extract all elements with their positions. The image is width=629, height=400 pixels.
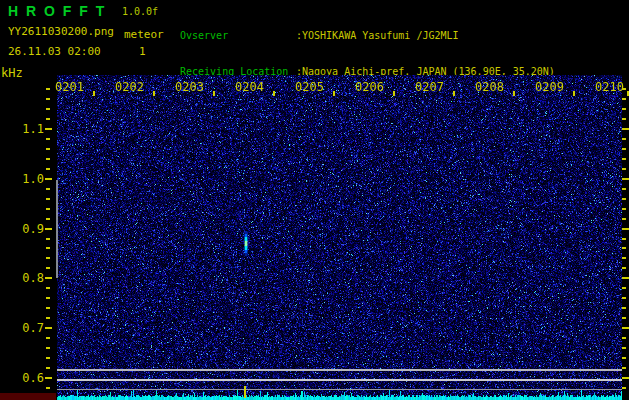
observer-row: Ovserver :YOSHIKAWA Yasufumi /JG2MLI [180, 30, 555, 42]
freq-tick [622, 128, 629, 130]
time-label-0209: 0209 [535, 80, 564, 94]
band-line-upper [57, 369, 622, 371]
hrofft-screen: H R O F F T 1.0.0f YY2611030200.png mete… [0, 0, 629, 400]
output-filename: YY2611030200.png [8, 25, 114, 38]
freq-tick [46, 357, 50, 359]
mode-label: meteor [124, 28, 164, 41]
minute-tick [333, 91, 335, 96]
freq-tick [46, 98, 50, 100]
freq-tick [46, 208, 50, 210]
minute-tick [513, 91, 515, 96]
freq-tick [622, 257, 626, 259]
freq-tick [622, 357, 626, 359]
freq-tick [622, 108, 626, 110]
freq-tick [622, 168, 626, 170]
freq-tick [46, 247, 50, 249]
freq-tick [46, 168, 50, 170]
spectrogram-canvas [57, 75, 622, 400]
freq-tick [622, 178, 629, 180]
app-title: H R O F F T [8, 3, 106, 19]
time-label-0202: 0202 [115, 80, 144, 94]
freq-tick [622, 118, 626, 120]
freq-tick [622, 267, 626, 269]
minute-tick [573, 91, 575, 96]
freq-tick [622, 327, 629, 329]
freq-tick [622, 287, 626, 289]
freq-tick [46, 188, 50, 190]
observation-datetime: 26.11.03 02:00 [8, 45, 101, 58]
freq-tick [622, 138, 626, 140]
freq-tick [622, 347, 626, 349]
freq-tick [46, 257, 50, 259]
freq-label-0-7: 0.7 [14, 321, 44, 335]
freq-tick [46, 307, 50, 309]
freq-label-0-8: 0.8 [14, 271, 44, 285]
freq-tick [622, 228, 629, 230]
freq-tick [46, 287, 50, 289]
freq-tick [45, 128, 52, 130]
freq-label-0-9: 0.9 [14, 222, 44, 236]
freq-tick [622, 148, 626, 150]
freq-tick [46, 158, 50, 160]
freq-tick [45, 277, 52, 279]
minute-tick [393, 91, 395, 96]
freq-label-1-0: 1.0 [14, 172, 44, 186]
freq-tick [622, 218, 626, 220]
freq-tick [622, 158, 626, 160]
freq-tick [622, 188, 626, 190]
freq-label-1-1: 1.1 [14, 122, 44, 136]
observer-label: Ovserver [180, 30, 296, 42]
minute-tick [153, 91, 155, 96]
freq-tick [46, 387, 50, 389]
freq-tick [622, 198, 626, 200]
time-label-0206: 0206 [355, 80, 384, 94]
channel-number: 1 [139, 45, 146, 58]
corner-block [0, 393, 56, 400]
freq-tick [45, 327, 52, 329]
freq-tick [622, 238, 626, 240]
freq-axis-unit: kHz [1, 66, 23, 80]
freq-tick [622, 307, 626, 309]
freq-tick [46, 347, 50, 349]
freq-tick [46, 267, 50, 269]
freq-tick [46, 198, 50, 200]
time-label-0204: 0204 [235, 80, 264, 94]
freq-tick [45, 377, 52, 379]
freq-tick [46, 238, 50, 240]
time-label-0207: 0207 [415, 80, 444, 94]
freq-tick [46, 218, 50, 220]
minute-tick [213, 91, 215, 96]
time-label-0205: 0205 [295, 80, 324, 94]
freq-tick [622, 367, 626, 369]
time-label-0210: 0210 [595, 80, 624, 94]
band-line-lower [57, 389, 622, 390]
minute-tick [453, 91, 455, 96]
freq-label-0-6: 0.6 [14, 371, 44, 385]
freq-tick [622, 317, 626, 319]
echo-event-marker [244, 386, 246, 398]
freq-tick [46, 108, 50, 110]
freq-tick [46, 118, 50, 120]
freq-tick [622, 377, 629, 379]
freq-tick [622, 387, 626, 389]
freq-tick [45, 178, 52, 180]
freq-tick [46, 337, 50, 339]
freq-tick [622, 337, 626, 339]
freq-tick [622, 247, 626, 249]
freq-tick [622, 277, 629, 279]
freq-tick [622, 98, 626, 100]
freq-tick [46, 88, 50, 90]
time-label-0201: 0201 [55, 80, 84, 94]
freq-tick [622, 297, 626, 299]
freq-tick [46, 148, 50, 150]
observer-value: :YOSHIKAWA Yasufumi /JG2MLI [296, 30, 459, 42]
band-line-mid [57, 379, 622, 381]
freq-tick [45, 228, 52, 230]
freq-tick [46, 317, 50, 319]
time-label-0203: 0203 [175, 80, 204, 94]
freq-tick [46, 138, 50, 140]
time-label-0208: 0208 [475, 80, 504, 94]
freq-tick [46, 367, 50, 369]
minute-tick [93, 91, 95, 96]
app-version: 1.0.0f [122, 6, 158, 17]
